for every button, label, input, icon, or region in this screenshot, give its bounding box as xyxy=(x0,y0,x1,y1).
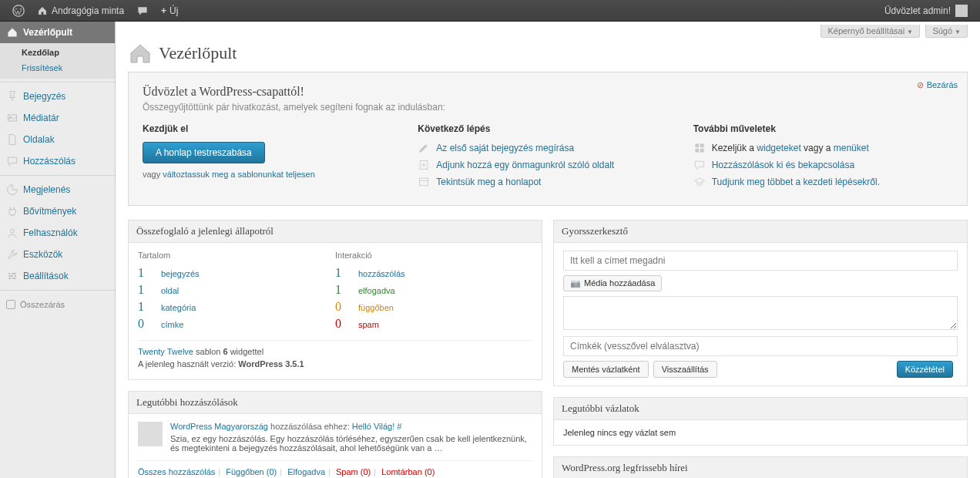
qp-tags-input[interactable] xyxy=(563,336,958,356)
rightnow-link[interactable]: elfogadva xyxy=(358,286,395,295)
menu-media-label: Médiatár xyxy=(23,113,59,123)
svg-rect-14 xyxy=(695,149,699,153)
learn-more-icon xyxy=(693,176,706,188)
svg-rect-5 xyxy=(12,273,16,274)
spam-comments-link[interactable]: Spam (0) xyxy=(336,467,371,476)
recent-comments-title[interactable]: Legutóbbi hozzászólások xyxy=(129,392,542,414)
svg-rect-9 xyxy=(12,278,16,279)
menu-tools[interactable]: Eszközök xyxy=(0,244,115,265)
welcome-close[interactable]: ⊘Bezárás xyxy=(917,80,958,90)
chevron-down-icon: ▼ xyxy=(907,29,913,35)
comment-author-link[interactable]: WordPress Magyarország xyxy=(170,422,268,431)
comments-link[interactable] xyxy=(130,0,155,22)
menus-link[interactable]: menüket xyxy=(834,143,869,153)
publish-button[interactable]: Közzététel xyxy=(897,361,953,378)
qp-title-input[interactable] xyxy=(563,251,958,271)
home-icon xyxy=(37,5,48,16)
screen-options-tab[interactable]: Képernyő beállításai▼ xyxy=(821,25,920,38)
menu-dashboard[interactable]: Vezérlőpult xyxy=(0,22,115,43)
collapse-icon xyxy=(6,300,15,309)
menu-comments[interactable]: Hozzászólás xyxy=(0,150,115,172)
admin-toolbar: Andragógia minta + Új Üdvözlet admin! xyxy=(0,0,980,22)
rightnow-link[interactable]: spam xyxy=(358,320,379,329)
trash-comments-link[interactable]: Lomtárban (0) xyxy=(381,467,435,476)
plus-icon: + xyxy=(161,5,166,16)
submenu-home[interactable]: Kezdőlap xyxy=(0,45,115,60)
screen-meta: Képernyő beállításai▼ Súgó▼ xyxy=(128,25,968,38)
pending-comments-link[interactable]: Függőben (0) xyxy=(226,467,277,476)
customize-button[interactable]: A honlap testreszabása xyxy=(143,142,265,163)
content-header: Tartalom xyxy=(138,251,335,260)
wp-logo[interactable] xyxy=(6,0,31,22)
welcome-title: Üdvözlet a WordPress-csapattól! xyxy=(143,85,953,99)
menu-users[interactable]: Felhasználók xyxy=(0,222,115,244)
menu-appearance-label: Megjelenés xyxy=(23,184,70,195)
comment-icon xyxy=(6,155,18,167)
theme-link[interactable]: Twenty Twelve xyxy=(138,347,193,356)
wp-news-box: WordPress.org legfrissebb hírei WordPres… xyxy=(553,456,968,478)
menu-pages[interactable]: Oldalak xyxy=(0,129,115,150)
widgets-link[interactable]: widgeteket xyxy=(757,143,800,153)
site-name-link[interactable]: Andragógia minta xyxy=(31,0,130,22)
menu-plugins[interactable]: Bővítmények xyxy=(0,200,115,222)
menu-posts-label: Bejegyzés xyxy=(23,91,65,102)
menu-posts[interactable]: Bejegyzés xyxy=(0,86,115,107)
avatar xyxy=(955,5,968,17)
rightnow-link[interactable]: függőben xyxy=(358,303,394,312)
save-draft-button[interactable]: Mentés vázlatként xyxy=(563,361,649,378)
svg-rect-6 xyxy=(8,275,13,277)
rightnow-row: 1kategória xyxy=(138,300,335,314)
welcome-col-start: Kezdjük el A honlap testreszabása vagy v… xyxy=(143,123,402,193)
view-site-icon xyxy=(418,176,430,188)
rightnow-link[interactable]: hozzászólás xyxy=(358,269,405,278)
toggle-comments-link[interactable]: Hozzászólások ki és bekapcsolása xyxy=(712,160,854,170)
dashboard-page-icon xyxy=(128,41,153,66)
comment-post-link[interactable]: Helló Világ! # xyxy=(352,422,402,431)
rightnow-link[interactable]: oldal xyxy=(161,286,179,295)
new-content-link[interactable]: + Új xyxy=(155,0,184,22)
menu-media[interactable]: Médiatár xyxy=(0,107,115,129)
view-site-link[interactable]: Tekintsük meg a honlapot xyxy=(436,177,541,187)
add-about-page-link[interactable]: Adjunk hozzá egy önmagunkról szóló oldal… xyxy=(436,160,614,170)
dashboard-icon xyxy=(6,26,18,39)
recent-drafts-title[interactable]: Legutóbbi vázlatok xyxy=(554,398,967,420)
discussion-header: Interakció xyxy=(335,251,532,260)
rightnow-row: 0címke xyxy=(138,317,335,331)
menu-tools-label: Eszközök xyxy=(23,249,62,260)
reset-button[interactable]: Visszaállítás xyxy=(653,361,717,378)
approved-comments-link[interactable]: Elfogadva xyxy=(287,467,325,476)
welcome-col2-title: Következő lépés xyxy=(418,123,677,134)
rightnow-link[interactable]: kategória xyxy=(161,303,196,312)
rightnow-link[interactable]: címke xyxy=(161,320,183,329)
tools-icon xyxy=(6,248,18,261)
collapse-label: Összezárás xyxy=(20,300,65,309)
menu-appearance[interactable]: Megjelenés xyxy=(0,179,115,200)
menu-settings[interactable]: Beállítások xyxy=(0,265,115,287)
quickpress-box: Gyorsszerkesztő 📷Média hozzáadása Mentés… xyxy=(553,220,968,386)
collapse-menu[interactable]: Összezárás xyxy=(0,294,115,315)
all-comments-link[interactable]: Összes hozzászólás xyxy=(138,467,215,476)
menu-settings-label: Beállítások xyxy=(23,271,69,281)
change-theme-link[interactable]: változtassuk meg a sablonunkat teljesen xyxy=(163,170,315,179)
rightnow-link[interactable]: bejegyzés xyxy=(161,269,200,278)
appearance-icon xyxy=(6,183,18,196)
welcome-col-more: További műveletek Kezeljük a widgeteket … xyxy=(693,123,953,193)
svg-rect-12 xyxy=(695,143,699,147)
comments-toggle-icon xyxy=(693,159,706,171)
content-area: Képernyő beállításai▼ Súgó▼ Vezérlőpult … xyxy=(116,22,980,478)
wp-news-title[interactable]: WordPress.org legfrissebb hírei xyxy=(554,457,967,478)
submenu-updates[interactable]: Frissítések xyxy=(0,60,115,76)
my-account[interactable]: Üdvözlet admin! xyxy=(878,0,974,22)
welcome-subtitle: Összegyűjtöttünk pár hivatkozást, amelye… xyxy=(143,102,953,113)
help-tab[interactable]: Súgó▼ xyxy=(925,25,968,38)
howdy-text: Üdvözlet admin! xyxy=(884,5,951,16)
qp-content-textarea[interactable] xyxy=(563,296,958,330)
learn-more-link[interactable]: Tudjunk meg többet a kezdeti lépésekről. xyxy=(712,177,880,187)
write-first-post-link[interactable]: Az első saját bejegyzés megírása xyxy=(436,143,574,153)
welcome-or-prefix: vagy xyxy=(143,170,163,179)
add-media-button[interactable]: 📷Média hozzáadása xyxy=(563,275,662,291)
right-now-title[interactable]: Összefoglaló a jelenlegi állapotról xyxy=(129,220,542,243)
quickpress-title[interactable]: Gyorsszerkesztő xyxy=(554,220,967,243)
svg-rect-15 xyxy=(700,149,703,153)
settings-icon xyxy=(6,270,18,282)
